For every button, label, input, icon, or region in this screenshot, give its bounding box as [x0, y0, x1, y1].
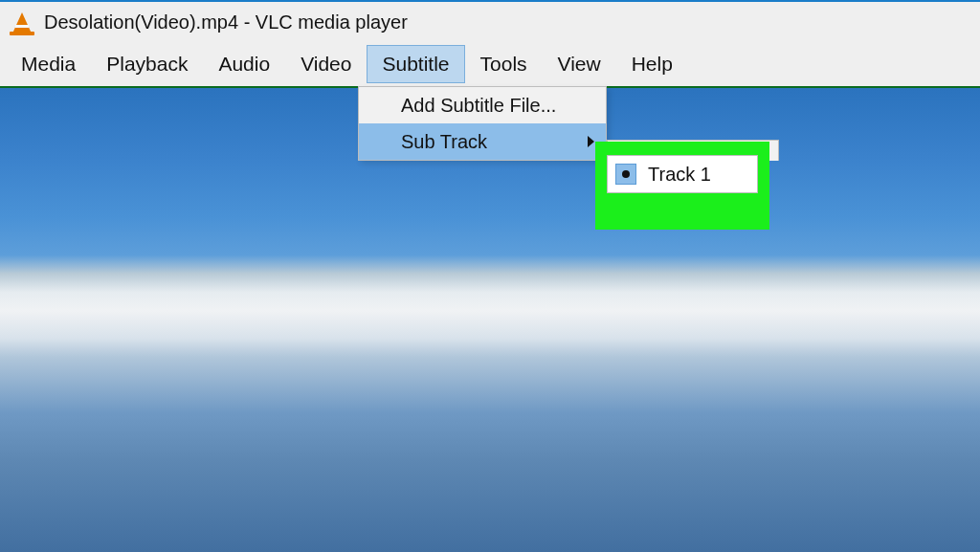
subtitle-sub-track-label: Sub Track — [401, 131, 487, 153]
subtitle-add-file[interactable]: Add Subtitle File... — [359, 87, 606, 123]
menu-subtitle[interactable]: Subtitle — [367, 45, 464, 83]
subtitle-add-file-label: Add Subtitle File... — [401, 95, 556, 117]
window-title: Desolation(Video).mp4 - VLC media player — [44, 11, 408, 33]
submenu-arrow-icon — [588, 136, 594, 147]
menu-video[interactable]: Video — [285, 45, 367, 83]
menu-tools[interactable]: Tools — [465, 45, 543, 83]
menu-audio[interactable]: Audio — [203, 45, 285, 83]
subtitle-sub-track[interactable]: Sub Track — [359, 123, 606, 160]
vlc-cone-icon — [10, 9, 34, 35]
sub-track-track1[interactable]: Track 1 — [608, 156, 757, 192]
radio-selected-icon — [615, 164, 636, 185]
annotation-highlight-box: Track 1 — [595, 142, 769, 230]
sub-track-track1-label: Track 1 — [648, 164, 711, 186]
menu-view[interactable]: View — [543, 45, 616, 83]
subtitle-dropdown: Add Subtitle File... Sub Track — [358, 86, 607, 161]
title-bar: Desolation(Video).mp4 - VLC media player — [0, 2, 980, 42]
menu-media[interactable]: Media — [6, 45, 91, 83]
menu-playback[interactable]: Playback — [91, 45, 203, 83]
menu-bar: Media Playback Audio Video Subtitle Tool… — [0, 42, 980, 86]
menu-help[interactable]: Help — [616, 45, 688, 83]
sub-track-submenu: Track 1 — [607, 155, 758, 193]
